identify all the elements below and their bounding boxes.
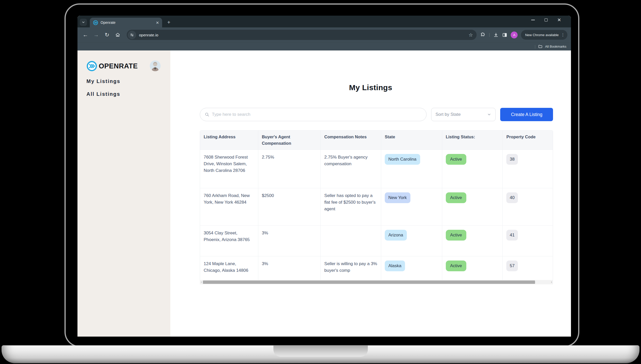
table-row: 7608 Sherwood Forest Drive, Winston Sale… [200, 150, 553, 188]
bookmarks-bar: | All Bookmarks [77, 42, 571, 50]
column-header: Compensation Notes [320, 131, 381, 150]
listing-address-cell: 3054 Clay Street, Phoenix, Arizona 38765 [200, 226, 258, 256]
sidebar-item-all-listings[interactable]: All Listings [86, 91, 170, 97]
browser-toolbar: ← → ↻ openrate.io ☆ | [77, 27, 571, 42]
url-text: openrate.io [139, 33, 466, 37]
table-header-row: Listing Address Buyer's Agent Compensati… [200, 131, 553, 150]
update-chrome-button[interactable]: New Chrome available ⋮ [521, 30, 567, 40]
table-row: 3054 Clay Street, Phoenix, Arizona 38765… [200, 225, 553, 256]
brand-name: OPENRATE [99, 62, 138, 70]
sort-dropdown[interactable]: Sort by State [431, 108, 496, 121]
status-badge: Active [446, 261, 466, 271]
site-info-icon[interactable] [128, 31, 136, 39]
openrate-logo-icon [86, 61, 97, 71]
table-row: 760 Arkham Road, New York, New York 4628… [200, 188, 553, 225]
window-close-button[interactable]: ✕ [557, 18, 561, 22]
state-badge: Alaska [385, 261, 405, 271]
tab-strip: Openrate ✕ + ✕ [77, 16, 571, 27]
page-title: My Listings [170, 83, 571, 92]
address-bar[interactable]: openrate.io ☆ [127, 30, 477, 40]
kebab-menu-icon[interactable]: ⋮ [561, 33, 565, 37]
bookmark-star-icon[interactable]: ☆ [469, 32, 473, 38]
search-input[interactable] [212, 112, 422, 117]
listing-address-cell: 124 Maple Lane, Chicago, Alaska 14806 [200, 256, 258, 284]
column-header: Listing Status: [442, 131, 503, 150]
browser-tab-openrate[interactable]: Openrate ✕ [90, 18, 162, 27]
tab-title: Openrate [101, 20, 153, 25]
laptop-screen-bezel: Openrate ✕ + ✕ ← → ↻ [65, 4, 579, 347]
toolbar-right-cluster: | A New Chrome available ⋮ [480, 30, 567, 40]
sidebar: OPENRATE My Listings All Listings [77, 50, 170, 337]
horizontal-scrollbar[interactable]: ‹ › [200, 280, 553, 284]
tab-close-icon[interactable]: ✕ [156, 21, 159, 25]
window-maximize-button[interactable] [544, 18, 548, 22]
download-icon[interactable] [493, 32, 499, 38]
chevron-down-icon [487, 112, 491, 117]
stage: Openrate ✕ + ✕ ← → ↻ [0, 0, 641, 364]
openrate-favicon-icon [93, 20, 98, 25]
property-code-badge: 41 [506, 230, 518, 241]
side-panel-icon[interactable] [502, 32, 507, 38]
status-badge: Active [446, 192, 466, 203]
sort-selected-value: Sort by State [436, 112, 461, 117]
main-panel: My Listings Sort by State Create A Listi… [170, 50, 571, 337]
state-badge: New York [385, 192, 410, 203]
browser-window: Openrate ✕ + ✕ ← → ↻ [77, 16, 571, 337]
extensions-icon[interactable] [480, 32, 486, 38]
new-tab-button[interactable]: + [167, 19, 170, 25]
status-badge: Active [446, 154, 466, 165]
update-chrome-label: New Chrome available [525, 33, 559, 37]
scroll-right-icon[interactable]: › [550, 280, 553, 284]
all-bookmarks-button[interactable]: All Bookmarks [545, 45, 566, 48]
tab-search-button[interactable] [80, 19, 87, 26]
compensation-notes-cell: Seller has opted to pay a flat fee of $2… [320, 188, 381, 225]
compensation-notes-cell: 2.75% Buyer's agency compensation [320, 150, 381, 188]
scroll-left-icon[interactable]: ‹ [200, 280, 203, 284]
search-box [200, 108, 427, 121]
chevron-down-icon [82, 20, 85, 24]
listings-table: Listing Address Buyer's Agent Compensati… [200, 130, 553, 284]
compensation-notes-cell: Seller is willing to pay a 3% buyer's co… [320, 256, 381, 284]
profile-avatar[interactable]: A [511, 32, 518, 38]
property-code-badge: 38 [506, 154, 518, 165]
listing-address-cell: 760 Arkham Road, New York, New York 4628… [200, 188, 258, 225]
state-badge: Arizona [385, 230, 407, 241]
compensation-notes-cell [320, 226, 381, 256]
folder-icon [538, 44, 543, 49]
state-badge: North Carolina [385, 154, 420, 165]
toolbar-divider: | [489, 32, 490, 37]
user-avatar[interactable] [150, 60, 161, 71]
window-minimize-button[interactable] [531, 18, 535, 22]
home-glyph-icon [115, 32, 120, 37]
create-listing-button[interactable]: Create A Listing [500, 108, 553, 121]
avatar-photo [150, 60, 161, 71]
page-content: OPENRATE My Listings All Listings [77, 50, 571, 337]
compensation-cell: $2500 [258, 188, 321, 225]
scrollbar-thumb[interactable] [203, 280, 535, 284]
bookmarks-divider: | [535, 45, 536, 49]
home-icon[interactable] [113, 30, 122, 39]
back-icon[interactable]: ← [81, 30, 90, 39]
table-row: 124 Maple Lane, Chicago, Alaska 14806 3%… [200, 256, 553, 284]
property-code-badge: 57 [506, 261, 518, 271]
listing-address-cell: 7608 Sherwood Forest Drive, Winston Sale… [200, 150, 258, 188]
column-header: Property Code [502, 131, 553, 150]
compensation-cell: 3% [258, 256, 321, 284]
laptop-base [2, 345, 639, 363]
column-header: Buyer's Agent Compensation [258, 131, 321, 150]
laptop-hinge-notch [273, 346, 368, 357]
column-header: Listing Address [200, 131, 258, 150]
reload-icon[interactable]: ↻ [103, 30, 111, 39]
list-controls: Sort by State Create A Listing [200, 108, 553, 121]
forward-icon[interactable]: → [92, 30, 101, 39]
search-icon [205, 112, 209, 117]
status-badge: Active [446, 230, 466, 241]
column-header: State [381, 131, 442, 150]
property-code-badge: 40 [506, 192, 518, 203]
window-controls: ✕ [531, 18, 561, 22]
sidebar-item-my-listings[interactable]: My Listings [86, 78, 170, 84]
compensation-cell: 2.75% [258, 150, 321, 188]
compensation-cell: 3% [258, 226, 321, 256]
